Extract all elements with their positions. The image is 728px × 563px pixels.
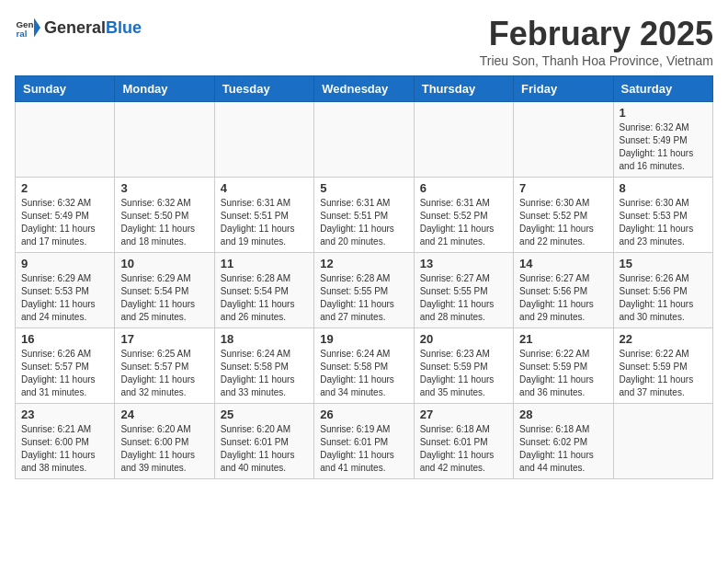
day-info: Sunrise: 6:32 AM Sunset: 5:50 PM Dayligh… <box>120 197 208 248</box>
day-number: 15 <box>620 257 707 270</box>
weekday-header-saturday: Saturday <box>613 76 712 102</box>
day-number: 26 <box>320 408 407 421</box>
day-number: 7 <box>519 181 607 195</box>
sub-title: Trieu Son, Thanh Hoa Province, Vietnam <box>480 53 713 68</box>
calendar-day-cell <box>613 404 712 479</box>
calendar-day-cell: 28Sunrise: 6:18 AM Sunset: 6:02 PM Dayli… <box>514 404 613 479</box>
calendar-day-cell: 27Sunrise: 6:18 AM Sunset: 6:01 PM Dayli… <box>414 404 513 479</box>
calendar-day-cell: 25Sunrise: 6:20 AM Sunset: 6:01 PM Dayli… <box>214 404 313 479</box>
day-info: Sunrise: 6:18 AM Sunset: 6:01 PM Dayligh… <box>420 423 507 475</box>
calendar-day-cell: 3Sunrise: 6:32 AM Sunset: 5:50 PM Daylig… <box>115 178 214 253</box>
day-number: 18 <box>221 332 308 346</box>
logo-icon: Gene ral <box>15 15 40 40</box>
day-number: 10 <box>120 257 208 270</box>
calendar-day-cell: 7Sunrise: 6:30 AM Sunset: 5:52 PM Daylig… <box>514 178 613 253</box>
day-number: 9 <box>21 257 108 270</box>
day-info: Sunrise: 6:32 AM Sunset: 5:49 PM Dayligh… <box>21 197 108 248</box>
calendar-table: SundayMondayTuesdayWednesdayThursdayFrid… <box>15 75 713 479</box>
weekday-header-thursday: Thursday <box>414 76 513 102</box>
day-number: 21 <box>519 332 607 346</box>
calendar-day-cell: 10Sunrise: 6:29 AM Sunset: 5:54 PM Dayli… <box>115 253 214 328</box>
day-info: Sunrise: 6:22 AM Sunset: 5:59 PM Dayligh… <box>620 348 707 399</box>
day-info: Sunrise: 6:29 AM Sunset: 5:53 PM Dayligh… <box>21 272 108 324</box>
day-info: Sunrise: 6:20 AM Sunset: 6:01 PM Dayligh… <box>221 423 308 475</box>
day-number: 24 <box>120 408 208 421</box>
day-number: 6 <box>420 181 507 195</box>
day-number: 16 <box>21 332 108 346</box>
calendar-day-cell: 5Sunrise: 6:31 AM Sunset: 5:51 PM Daylig… <box>314 178 414 253</box>
calendar-week-row: 2Sunrise: 6:32 AM Sunset: 5:49 PM Daylig… <box>16 178 713 253</box>
day-number: 19 <box>320 332 407 346</box>
svg-text:ral: ral <box>16 29 27 39</box>
day-number: 14 <box>519 257 607 270</box>
weekday-header-wednesday: Wednesday <box>314 76 414 102</box>
calendar-day-cell: 18Sunrise: 6:24 AM Sunset: 5:58 PM Dayli… <box>214 328 313 404</box>
day-number: 17 <box>120 332 208 346</box>
day-info: Sunrise: 6:30 AM Sunset: 5:53 PM Dayligh… <box>620 197 707 248</box>
calendar-day-cell: 13Sunrise: 6:27 AM Sunset: 5:55 PM Dayli… <box>414 253 513 328</box>
day-number: 23 <box>21 408 108 421</box>
logo: Gene ral GeneralBlue <box>15 15 142 40</box>
main-title: February 2025 <box>480 15 713 53</box>
calendar-week-row: 1Sunrise: 6:32 AM Sunset: 5:49 PM Daylig… <box>16 102 713 178</box>
day-info: Sunrise: 6:22 AM Sunset: 5:59 PM Dayligh… <box>519 348 607 399</box>
calendar-day-cell: 15Sunrise: 6:26 AM Sunset: 5:56 PM Dayli… <box>613 253 712 328</box>
day-number: 12 <box>320 257 407 270</box>
weekday-header-sunday: Sunday <box>16 76 115 102</box>
day-info: Sunrise: 6:19 AM Sunset: 6:01 PM Dayligh… <box>320 423 407 475</box>
day-info: Sunrise: 6:31 AM Sunset: 5:52 PM Dayligh… <box>420 197 507 248</box>
day-number: 4 <box>221 181 308 195</box>
calendar-day-cell: 21Sunrise: 6:22 AM Sunset: 5:59 PM Dayli… <box>514 328 613 404</box>
day-number: 8 <box>620 181 707 195</box>
calendar-day-cell <box>314 102 414 178</box>
calendar-day-cell <box>214 102 313 178</box>
day-info: Sunrise: 6:28 AM Sunset: 5:55 PM Dayligh… <box>320 272 407 324</box>
day-info: Sunrise: 6:31 AM Sunset: 5:51 PM Dayligh… <box>320 197 407 248</box>
day-info: Sunrise: 6:26 AM Sunset: 5:56 PM Dayligh… <box>620 272 707 324</box>
day-info: Sunrise: 6:21 AM Sunset: 6:00 PM Dayligh… <box>21 423 108 475</box>
calendar-day-cell: 26Sunrise: 6:19 AM Sunset: 6:01 PM Dayli… <box>314 404 414 479</box>
day-number: 5 <box>320 181 407 195</box>
day-info: Sunrise: 6:29 AM Sunset: 5:54 PM Dayligh… <box>120 272 208 324</box>
day-info: Sunrise: 6:28 AM Sunset: 5:54 PM Dayligh… <box>221 272 308 324</box>
day-number: 1 <box>620 106 707 120</box>
logo-text-blue: Blue <box>106 18 142 38</box>
day-info: Sunrise: 6:24 AM Sunset: 5:58 PM Dayligh… <box>221 348 308 399</box>
calendar-day-cell <box>16 102 115 178</box>
day-info: Sunrise: 6:18 AM Sunset: 6:02 PM Dayligh… <box>519 423 607 475</box>
page-header: Gene ral GeneralBlue February 2025 Trieu… <box>15 15 713 68</box>
day-info: Sunrise: 6:23 AM Sunset: 5:59 PM Dayligh… <box>420 348 507 399</box>
calendar-day-cell: 1Sunrise: 6:32 AM Sunset: 5:49 PM Daylig… <box>613 102 712 178</box>
calendar-day-cell: 24Sunrise: 6:20 AM Sunset: 6:00 PM Dayli… <box>115 404 214 479</box>
day-number: 11 <box>221 257 308 270</box>
calendar-day-cell <box>115 102 214 178</box>
day-number: 28 <box>519 408 607 421</box>
logo-text-general: General <box>44 18 106 38</box>
day-info: Sunrise: 6:32 AM Sunset: 5:49 PM Dayligh… <box>620 121 707 173</box>
day-info: Sunrise: 6:27 AM Sunset: 5:55 PM Dayligh… <box>420 272 507 324</box>
calendar-day-cell: 23Sunrise: 6:21 AM Sunset: 6:00 PM Dayli… <box>16 404 115 479</box>
day-number: 20 <box>420 332 507 346</box>
day-info: Sunrise: 6:20 AM Sunset: 6:00 PM Dayligh… <box>120 423 208 475</box>
calendar-day-cell: 19Sunrise: 6:24 AM Sunset: 5:58 PM Dayli… <box>314 328 414 404</box>
day-number: 27 <box>420 408 507 421</box>
calendar-day-cell: 4Sunrise: 6:31 AM Sunset: 5:51 PM Daylig… <box>214 178 313 253</box>
weekday-header-friday: Friday <box>514 76 613 102</box>
day-info: Sunrise: 6:27 AM Sunset: 5:56 PM Dayligh… <box>519 272 607 324</box>
calendar-day-cell: 16Sunrise: 6:26 AM Sunset: 5:57 PM Dayli… <box>16 328 115 404</box>
calendar-day-cell <box>514 102 613 178</box>
calendar-day-cell: 6Sunrise: 6:31 AM Sunset: 5:52 PM Daylig… <box>414 178 513 253</box>
day-info: Sunrise: 6:30 AM Sunset: 5:52 PM Dayligh… <box>519 197 607 248</box>
calendar-day-cell: 2Sunrise: 6:32 AM Sunset: 5:49 PM Daylig… <box>16 178 115 253</box>
calendar-day-cell <box>414 102 513 178</box>
day-info: Sunrise: 6:31 AM Sunset: 5:51 PM Dayligh… <box>221 197 308 248</box>
calendar-day-cell: 20Sunrise: 6:23 AM Sunset: 5:59 PM Dayli… <box>414 328 513 404</box>
calendar-day-cell: 14Sunrise: 6:27 AM Sunset: 5:56 PM Dayli… <box>514 253 613 328</box>
calendar-week-row: 9Sunrise: 6:29 AM Sunset: 5:53 PM Daylig… <box>16 253 713 328</box>
calendar-day-cell: 8Sunrise: 6:30 AM Sunset: 5:53 PM Daylig… <box>613 178 712 253</box>
calendar-week-row: 16Sunrise: 6:26 AM Sunset: 5:57 PM Dayli… <box>16 328 713 404</box>
day-info: Sunrise: 6:26 AM Sunset: 5:57 PM Dayligh… <box>21 348 108 399</box>
day-info: Sunrise: 6:24 AM Sunset: 5:58 PM Dayligh… <box>320 348 407 399</box>
day-info: Sunrise: 6:25 AM Sunset: 5:57 PM Dayligh… <box>120 348 208 399</box>
day-number: 3 <box>120 181 208 195</box>
